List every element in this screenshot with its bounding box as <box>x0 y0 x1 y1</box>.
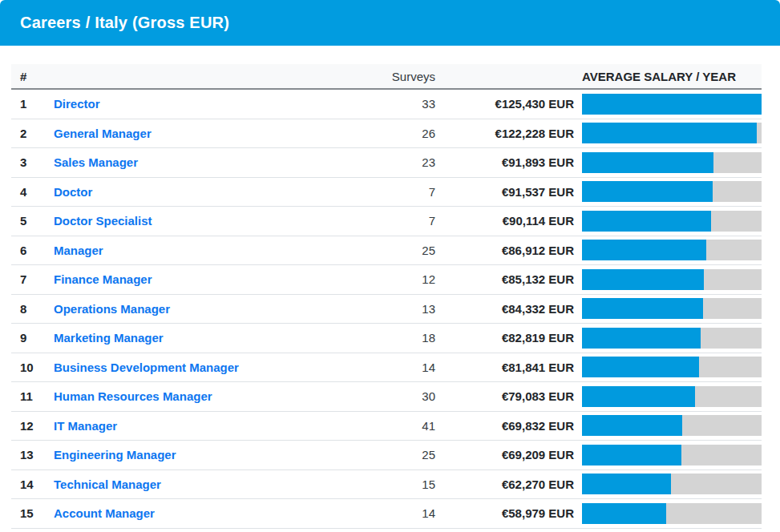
row-surveys: 33 <box>355 97 435 111</box>
row-rank: 6 <box>11 244 45 257</box>
salary-bar-fill <box>582 240 706 260</box>
row-salary: €69,209 EUR <box>435 448 574 461</box>
column-header-rank: # <box>11 70 45 83</box>
row-rank: 5 <box>11 214 45 228</box>
table-row: 3 Sales Manager 23 €91,893 EUR <box>11 148 762 178</box>
career-link[interactable]: Manager <box>54 244 103 257</box>
row-salary: €91,537 EUR <box>435 185 574 199</box>
row-rank: 11 <box>11 389 45 403</box>
salary-bar-fill <box>582 211 711 232</box>
salary-bar-fill <box>582 503 666 524</box>
page-header: Careers / Italy (Gross EUR) <box>0 0 780 46</box>
salary-bar-fill <box>582 269 704 290</box>
salary-bar-track <box>582 445 762 466</box>
career-link[interactable]: Director <box>54 97 100 111</box>
row-salary: €69,832 EUR <box>435 419 574 433</box>
row-surveys: 14 <box>355 506 435 520</box>
career-link[interactable]: Marketing Manager <box>54 331 164 345</box>
salary-bar-track <box>582 386 762 407</box>
table-row: 8 Operations Manager 13 €84,332 EUR <box>11 295 762 324</box>
row-surveys: 30 <box>355 389 435 403</box>
career-link[interactable]: Business Development Manager <box>54 361 239 374</box>
salary-bar-fill <box>582 181 713 202</box>
table-row: 9 Marketing Manager 18 €82,819 EUR <box>11 324 762 353</box>
row-surveys: 26 <box>355 127 435 140</box>
row-surveys: 15 <box>355 478 435 491</box>
career-link[interactable]: IT Manager <box>54 419 117 433</box>
career-link[interactable]: General Manager <box>54 127 152 140</box>
salary-bar-fill <box>582 328 701 349</box>
salary-bar-track <box>582 240 762 260</box>
row-rank: 7 <box>11 272 45 286</box>
salary-bar-track <box>582 181 762 202</box>
career-link[interactable]: Sales Manager <box>54 155 138 169</box>
salary-bar-fill <box>582 386 695 407</box>
career-link[interactable]: Human Resources Manager <box>54 389 212 403</box>
page-title: Careers / Italy (Gross EUR) <box>20 14 229 32</box>
row-surveys: 25 <box>355 244 435 257</box>
column-header-surveys: Surveys <box>355 70 435 83</box>
salary-bar-track <box>582 503 762 524</box>
table-header-row: # Surveys AVERAGE SALARY / YEAR <box>11 64 762 90</box>
row-rank: 15 <box>11 506 45 520</box>
row-rank: 14 <box>11 478 45 491</box>
table-row: 12 IT Manager 41 €69,832 EUR <box>11 412 762 441</box>
career-link[interactable]: Finance Manager <box>54 272 152 286</box>
row-rank: 9 <box>11 331 45 345</box>
salary-bar-track <box>582 123 762 143</box>
row-rank: 2 <box>11 127 45 140</box>
table-body: 1 Director 33 €125,430 EUR 2 General Man… <box>11 90 762 529</box>
row-salary: €82,819 EUR <box>435 331 574 345</box>
row-rank: 1 <box>11 97 45 111</box>
salary-bar-fill <box>582 357 699 377</box>
career-link[interactable]: Doctor Specialist <box>54 214 152 228</box>
career-link[interactable]: Operations Manager <box>54 302 170 316</box>
salary-bar-track <box>582 298 762 319</box>
salary-bar-fill <box>582 474 671 494</box>
row-surveys: 7 <box>355 214 435 228</box>
table-row: 4 Doctor 7 €91,537 EUR <box>11 178 762 208</box>
row-salary: €122,228 EUR <box>435 127 574 140</box>
salary-bar-track <box>582 211 762 232</box>
row-salary: €81,841 EUR <box>435 361 574 374</box>
table-row: 2 General Manager 26 €122,228 EUR <box>11 119 762 149</box>
career-link[interactable]: Technical Manager <box>54 478 161 491</box>
salary-bar-track <box>582 94 762 115</box>
row-salary: €62,270 EUR <box>435 478 574 491</box>
row-salary: €84,332 EUR <box>435 302 574 316</box>
column-header-average-salary: AVERAGE SALARY / YEAR <box>574 70 762 83</box>
row-rank: 4 <box>11 185 45 199</box>
row-surveys: 7 <box>355 185 435 199</box>
table-row: 11 Human Resources Manager 30 €79,083 EU… <box>11 382 762 412</box>
career-link[interactable]: Doctor <box>54 185 92 199</box>
salary-bar-track <box>582 415 762 436</box>
table-row: 13 Engineering Manager 25 €69,209 EUR <box>11 441 762 470</box>
row-surveys: 12 <box>355 272 435 286</box>
row-salary: €90,114 EUR <box>435 214 574 228</box>
row-salary: €85,132 EUR <box>435 272 574 286</box>
salary-bar-fill <box>582 94 762 115</box>
table-row: 1 Director 33 €125,430 EUR <box>11 90 762 119</box>
row-salary: €86,912 EUR <box>435 244 574 257</box>
salary-bar-fill <box>582 415 682 436</box>
salary-bar-fill <box>582 123 757 143</box>
row-rank: 13 <box>11 448 45 461</box>
table-row: 6 Manager 25 €86,912 EUR <box>11 236 762 266</box>
row-surveys: 41 <box>355 419 435 433</box>
salary-bar-fill <box>582 152 713 173</box>
table-row: 7 Finance Manager 12 €85,132 EUR <box>11 265 762 295</box>
row-salary: €58,979 EUR <box>435 506 574 520</box>
salary-bar-track <box>582 269 762 290</box>
salary-bar-track <box>582 474 762 494</box>
row-surveys: 18 <box>355 331 435 345</box>
salary-bar-fill <box>582 445 681 466</box>
row-surveys: 13 <box>355 302 435 316</box>
row-rank: 10 <box>11 361 45 374</box>
career-link[interactable]: Engineering Manager <box>54 448 176 461</box>
row-surveys: 14 <box>355 361 435 374</box>
career-link[interactable]: Account Manager <box>54 506 155 520</box>
row-rank: 8 <box>11 302 45 316</box>
salary-bar-fill <box>582 298 703 319</box>
salary-bar-track <box>582 357 762 377</box>
salary-bar-track <box>582 152 762 173</box>
